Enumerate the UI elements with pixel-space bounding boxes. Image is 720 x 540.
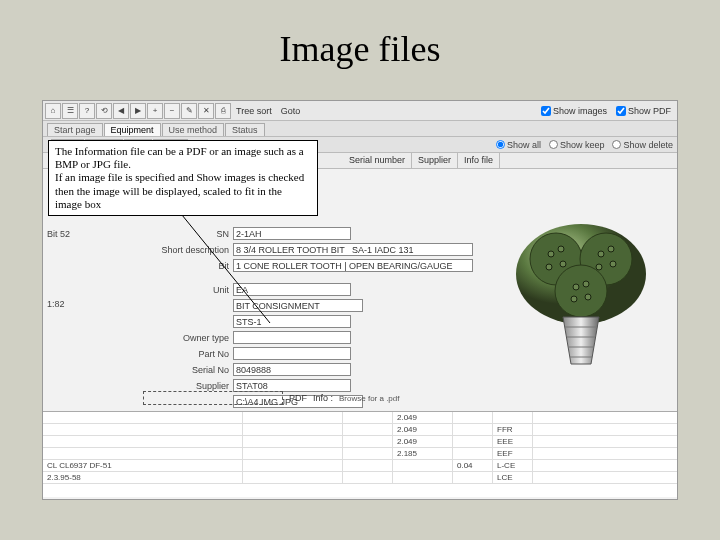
tab-status[interactable]: Status xyxy=(225,123,265,136)
table-row[interactable]: 2.049FFR xyxy=(43,424,677,436)
bits-label: Bit xyxy=(143,261,229,271)
header-supplier[interactable]: Supplier xyxy=(412,153,458,168)
show-pdf-label: Show PDF xyxy=(628,106,671,116)
bottom-table: 2.049 2.049FFR 2.049EEE 2.185EEF CL CL69… xyxy=(43,411,677,497)
tb-home-icon[interactable]: ⌂ xyxy=(45,103,61,119)
left-item-1: Bit 52 xyxy=(47,229,117,239)
sn-label: SN xyxy=(143,229,229,239)
shortdesc-label: Short description xyxy=(143,245,229,255)
info-file-row: PDF Info : Browse for a .pdf xyxy=(143,391,400,405)
annotation-callout: The Information file can be a PDF or an … xyxy=(48,140,318,216)
slide-title: Image files xyxy=(0,0,720,84)
owner-label: Owner type xyxy=(143,333,229,343)
tree-sort-label[interactable]: Tree sort xyxy=(232,106,276,116)
svg-point-6 xyxy=(546,264,552,270)
tb-refresh-icon[interactable]: ⟲ xyxy=(96,103,112,119)
svg-point-13 xyxy=(583,281,589,287)
tb-help-icon[interactable]: ? xyxy=(79,103,95,119)
browse-hint: Browse for a .pdf xyxy=(339,394,399,403)
tb-remove-icon[interactable]: − xyxy=(164,103,180,119)
form-area: SN Short description Bit Unit xyxy=(143,227,473,408)
drill-bit-image xyxy=(501,219,661,379)
tab-row-1: Start page Equipment Use method Status xyxy=(43,121,677,137)
radio-show-all[interactable]: Show all xyxy=(496,140,541,150)
tb-next-icon[interactable]: ▶ xyxy=(130,103,146,119)
table-row[interactable]: 2.3.95-58LCE xyxy=(43,472,677,484)
show-pdf-checkbox[interactable]: Show PDF xyxy=(612,106,675,116)
svg-point-7 xyxy=(560,261,566,267)
part-label: Part No xyxy=(143,349,229,359)
unit-label: Unit xyxy=(143,285,229,295)
goto-label[interactable]: Goto xyxy=(277,106,305,116)
sn-input[interactable] xyxy=(233,227,351,240)
show-pdf-input[interactable] xyxy=(616,106,626,116)
left-column: Bit 52 1:82 xyxy=(47,229,117,309)
show-images-label: Show images xyxy=(553,106,607,116)
table-row[interactable]: CL CL6937 DF-510.04L-CE xyxy=(43,460,677,472)
tb-print-icon[interactable]: ⎙ xyxy=(215,103,231,119)
shortdesc-input[interactable] xyxy=(233,243,473,256)
part-input[interactable] xyxy=(233,347,351,360)
svg-point-5 xyxy=(558,246,564,252)
tab-use-method[interactable]: Use method xyxy=(162,123,225,136)
header-serial[interactable]: Serial number xyxy=(343,153,412,168)
tb-add-icon[interactable]: + xyxy=(147,103,163,119)
svg-point-9 xyxy=(608,246,614,252)
owner-input[interactable] xyxy=(233,331,351,344)
table-row[interactable]: 2.049EEE xyxy=(43,436,677,448)
header-info[interactable]: Info file xyxy=(458,153,500,168)
svg-point-11 xyxy=(610,261,616,267)
tb-prev-icon[interactable]: ◀ xyxy=(113,103,129,119)
left-item-2: 1:82 xyxy=(47,299,117,309)
show-images-checkbox[interactable]: Show images xyxy=(537,106,611,116)
tb-delete-icon[interactable]: ✕ xyxy=(198,103,214,119)
unit-input[interactable] xyxy=(233,283,351,296)
tab-start-page[interactable]: Start page xyxy=(47,123,103,136)
svg-point-8 xyxy=(598,251,604,257)
serialno-label: Serial No xyxy=(143,365,229,375)
body-area: Bit 52 1:82 SN Short description Bit Uni… xyxy=(43,169,677,499)
desc-input[interactable] xyxy=(233,299,363,312)
supplier-label: Supplier xyxy=(143,381,229,391)
svg-point-4 xyxy=(548,251,554,257)
bits-input[interactable] xyxy=(233,259,473,272)
radio-show-delete[interactable]: Show delete xyxy=(612,140,673,150)
callout-line2: If an image file is specified and Show i… xyxy=(55,171,304,209)
svg-point-14 xyxy=(571,296,577,302)
tb-list-icon[interactable]: ☰ xyxy=(62,103,78,119)
toolbar: ⌂ ☰ ? ⟲ ◀ ▶ + − ✎ ✕ ⎙ Tree sort Goto Sho… xyxy=(43,101,677,121)
info-label: Info : xyxy=(313,393,333,403)
radio-show-keep[interactable]: Show keep xyxy=(549,140,605,150)
svg-point-3 xyxy=(555,265,607,317)
show-images-input[interactable] xyxy=(541,106,551,116)
pdf-label: PDF xyxy=(289,393,307,403)
svg-point-10 xyxy=(596,264,602,270)
table-row[interactable]: 2.049 xyxy=(43,412,677,424)
info-file-dashed-box[interactable] xyxy=(143,391,283,405)
svg-point-12 xyxy=(573,284,579,290)
callout-line1: The Information file can be a PDF or an … xyxy=(55,145,304,170)
serialno-input[interactable] xyxy=(233,363,351,376)
table-row[interactable]: 2.185EEF xyxy=(43,448,677,460)
type-input[interactable] xyxy=(233,315,351,328)
tab-equipment[interactable]: Equipment xyxy=(104,123,161,136)
svg-point-15 xyxy=(585,294,591,300)
tb-edit-icon[interactable]: ✎ xyxy=(181,103,197,119)
